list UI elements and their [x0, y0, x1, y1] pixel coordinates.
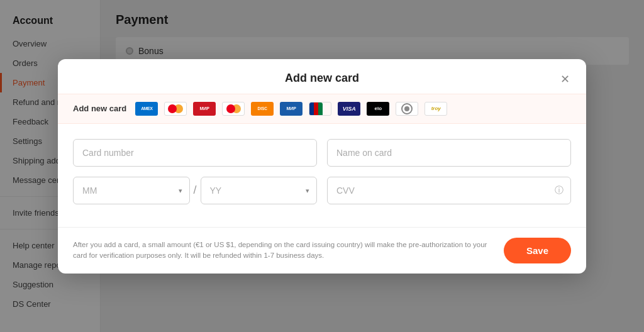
modal-body: MM 01020304 05060708 09101112 ▾ / YY 242…	[58, 124, 586, 227]
card-type-row: Add new card AMEX МИР	[58, 94, 586, 124]
year-select-wrapper: YY 24252627 28293031 ▾	[201, 177, 318, 204]
mir-blue-icon: МИР	[280, 102, 303, 116]
add-card-modal: Add new card ✕ Add new card AMEX МИР	[58, 59, 586, 274]
name-on-card-input[interactable]	[327, 139, 571, 167]
mir-red-icon: МИР	[193, 102, 216, 116]
card-type-label: Add new card	[73, 104, 126, 113]
modal-overlay: Add new card ✕ Add new card AMEX МИР	[0, 0, 644, 332]
footer-note: After you add a card, a small amount (€1…	[73, 240, 494, 262]
month-select[interactable]: MM 01020304 05060708 09101112	[73, 177, 190, 204]
date-row: MM 01020304 05060708 09101112 ▾ / YY 242…	[73, 177, 317, 204]
troy-icon: troy	[425, 102, 447, 116]
cvv-wrapper: ⓘ	[327, 177, 571, 204]
discover-icon: DISC	[251, 102, 274, 116]
month-select-wrapper: MM 01020304 05060708 09101112 ▾	[73, 177, 190, 204]
cvv-info-icon[interactable]: ⓘ	[555, 185, 564, 196]
close-button[interactable]: ✕	[556, 70, 574, 88]
form-row-1	[73, 139, 571, 167]
date-separator: /	[190, 184, 201, 197]
amex-icon: AMEX	[135, 102, 158, 116]
mastercard-icon	[222, 102, 245, 116]
card-number-input[interactable]	[73, 139, 317, 167]
diners-icon	[396, 102, 418, 116]
modal-title: Add new card	[285, 72, 359, 85]
elo-icon: elo	[367, 102, 389, 116]
maestro-icon	[164, 102, 187, 116]
card-number-field	[73, 139, 317, 167]
form-row-2: MM 01020304 05060708 09101112 ▾ / YY 242…	[73, 177, 571, 204]
modal-footer: After you add a card, a small amount (€1…	[58, 227, 586, 274]
save-button[interactable]: Save	[504, 238, 571, 263]
visa-icon: VISA	[338, 102, 360, 116]
cvv-input[interactable]	[327, 177, 571, 204]
jcb-icon	[309, 102, 331, 116]
name-on-card-field	[327, 139, 571, 167]
modal-header: Add new card ✕	[58, 59, 586, 94]
year-select[interactable]: YY 24252627 28293031	[201, 177, 318, 204]
